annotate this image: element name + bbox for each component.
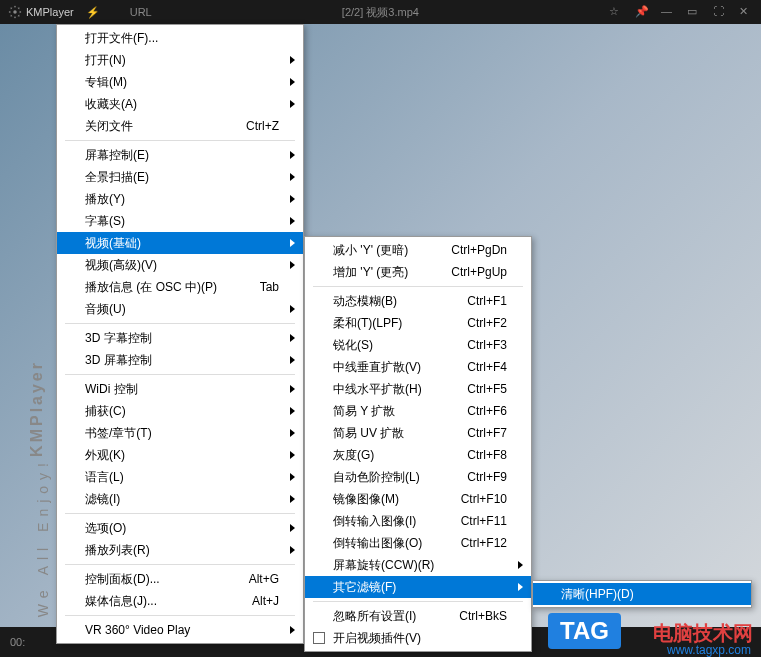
fullscreen-icon[interactable]: ⛶ [713, 5, 727, 19]
menu-item-1[interactable]: 打开(N) [57, 49, 303, 71]
video-basic-submenu: 减小 'Y' (更暗)Ctrl+PgDn增加 'Y' (更亮)Ctrl+PgUp… [304, 236, 532, 652]
submenu-item-9[interactable]: 简易 UV 扩散Ctrl+F7 [305, 422, 531, 444]
submenu-item-label: 增加 'Y' (更亮) [333, 264, 408, 281]
menu-item-label: 播放(Y) [85, 191, 125, 208]
submenu-item-shortcut: Ctrl+PgUp [451, 265, 507, 279]
menu-item-8[interactable]: 播放(Y) [57, 188, 303, 210]
menu-item-12[interactable]: 播放信息 (在 OSC 中)(P)Tab [57, 276, 303, 298]
submenu-item-shortcut: Ctrl+PgDn [451, 243, 507, 257]
menu-item-label: 外观(K) [85, 447, 125, 464]
submenu-item-shortcut: Ctrl+F4 [467, 360, 507, 374]
submenu-item-18[interactable]: 忽略所有设置(I)Ctrl+BkS [305, 605, 531, 627]
submenu-item-label: 镜像图像(M) [333, 491, 399, 508]
submenu-item-16[interactable]: 其它滤镜(F) [305, 576, 531, 598]
menu-item-label: 播放信息 (在 OSC 中)(P) [85, 279, 217, 296]
submenu-item-19[interactable]: 开启视频插件(V) [305, 627, 531, 649]
submenu-item-4[interactable]: 柔和(T)(LPF)Ctrl+F2 [305, 312, 531, 334]
submenu-item-label: 自动色阶控制(L) [333, 469, 420, 486]
sidebar-tagline: We All Enjoy! [35, 457, 51, 617]
titlebar: KMPlayer ⚡ URL [2/2] 视频3.mp4 ☆ 📌 — ▭ ⛶ ✕ [0, 0, 761, 24]
submenu-item-label: 简易 Y 扩散 [333, 403, 395, 420]
menu-separator [65, 615, 295, 616]
submenu-item-7[interactable]: 中线水平扩散(H)Ctrl+F5 [305, 378, 531, 400]
bolt-icon[interactable]: ⚡ [86, 6, 100, 19]
submenu-item-0[interactable]: 减小 'Y' (更暗)Ctrl+PgDn [305, 239, 531, 261]
checkbox-icon [313, 632, 325, 644]
menu-item-shortcut: Tab [260, 280, 279, 294]
submenu-item-3[interactable]: 动态模糊(B)Ctrl+F1 [305, 290, 531, 312]
submenu2-item-0[interactable]: 清晰(HPF)(D) [533, 583, 751, 605]
submenu-item-label: 减小 'Y' (更暗) [333, 242, 408, 259]
menu-item-3[interactable]: 收藏夹(A) [57, 93, 303, 115]
menu-item-label: 音频(U) [85, 301, 126, 318]
maximize-icon[interactable]: ▭ [687, 5, 701, 19]
submenu-item-shortcut: Ctrl+F5 [467, 382, 507, 396]
submenu-item-label: 中线水平扩散(H) [333, 381, 422, 398]
submenu-item-10[interactable]: 灰度(G)Ctrl+F8 [305, 444, 531, 466]
context-menu: 打开文件(F)...打开(N)专辑(M)收藏夹(A)关闭文件Ctrl+Z屏幕控制… [56, 24, 304, 644]
close-icon[interactable]: ✕ [739, 5, 753, 19]
menu-item-18[interactable]: WiDi 控制 [57, 378, 303, 400]
menu-item-15[interactable]: 3D 字幕控制 [57, 327, 303, 349]
menu-item-22[interactable]: 语言(L) [57, 466, 303, 488]
submenu-item-shortcut: Ctrl+F10 [461, 492, 507, 506]
submenu-item-5[interactable]: 锐化(S)Ctrl+F3 [305, 334, 531, 356]
menu-item-13[interactable]: 音频(U) [57, 298, 303, 320]
submenu-item-shortcut: Ctrl+F1 [467, 294, 507, 308]
submenu-item-shortcut: Ctrl+F3 [467, 338, 507, 352]
watermark-url: www.tagxp.com [667, 643, 751, 657]
submenu-item-label: 动态模糊(B) [333, 293, 397, 310]
menu-item-0[interactable]: 打开文件(F)... [57, 27, 303, 49]
menu-item-7[interactable]: 全景扫描(E) [57, 166, 303, 188]
menu-item-label: 收藏夹(A) [85, 96, 137, 113]
submenu-item-11[interactable]: 自动色阶控制(L)Ctrl+F9 [305, 466, 531, 488]
submenu-item-1[interactable]: 增加 'Y' (更亮)Ctrl+PgUp [305, 261, 531, 283]
menu-item-21[interactable]: 外观(K) [57, 444, 303, 466]
menu-item-31[interactable]: VR 360° Video Play [57, 619, 303, 641]
submenu-item-6[interactable]: 中线垂直扩散(V)Ctrl+F4 [305, 356, 531, 378]
menu-item-25[interactable]: 选项(O) [57, 517, 303, 539]
submenu-item-label: 倒转输出图像(O) [333, 535, 422, 552]
url-label[interactable]: URL [130, 6, 152, 18]
menu-item-label: 捕获(C) [85, 403, 126, 420]
menu-item-shortcut: Alt+J [252, 594, 279, 608]
menu-item-9[interactable]: 字幕(S) [57, 210, 303, 232]
submenu-item-shortcut: Ctrl+F7 [467, 426, 507, 440]
menu-item-10[interactable]: 视频(基础) [57, 232, 303, 254]
app-logo: KMPlayer [8, 5, 74, 19]
sidebar-logo: KMPlayer [28, 360, 46, 457]
menu-item-28[interactable]: 控制面板(D)...Alt+G [57, 568, 303, 590]
submenu-item-15[interactable]: 屏幕旋转(CCW)(R) [305, 554, 531, 576]
submenu-item-label: 屏幕旋转(CCW)(R) [333, 557, 434, 574]
menu-item-label: 控制面板(D)... [85, 571, 160, 588]
menu-item-19[interactable]: 捕获(C) [57, 400, 303, 422]
pin-icon[interactable]: 📌 [635, 5, 649, 19]
menu-item-23[interactable]: 滤镜(I) [57, 488, 303, 510]
menu-item-6[interactable]: 屏幕控制(E) [57, 144, 303, 166]
menu-item-26[interactable]: 播放列表(R) [57, 539, 303, 561]
menu-item-20[interactable]: 书签/章节(T) [57, 422, 303, 444]
menu-item-4[interactable]: 关闭文件Ctrl+Z [57, 115, 303, 137]
submenu-item-14[interactable]: 倒转输出图像(O)Ctrl+F12 [305, 532, 531, 554]
submenu-separator [313, 601, 523, 602]
menu-item-label: 播放列表(R) [85, 542, 150, 559]
minimize-icon[interactable]: — [661, 5, 675, 19]
submenu-item-8[interactable]: 简易 Y 扩散Ctrl+F6 [305, 400, 531, 422]
menu-item-label: 视频(高级)(V) [85, 257, 157, 274]
favorite-icon[interactable]: ☆ [609, 5, 623, 19]
menu-item-11[interactable]: 视频(高级)(V) [57, 254, 303, 276]
menu-item-label: 屏幕控制(E) [85, 147, 149, 164]
submenu-item-shortcut: Ctrl+F6 [467, 404, 507, 418]
submenu-item-12[interactable]: 镜像图像(M)Ctrl+F10 [305, 488, 531, 510]
menu-item-label: 关闭文件 [85, 118, 133, 135]
menu-item-16[interactable]: 3D 屏幕控制 [57, 349, 303, 371]
menu-item-29[interactable]: 媒体信息(J)...Alt+J [57, 590, 303, 612]
menu-item-label: 全景扫描(E) [85, 169, 149, 186]
menu-item-label: WiDi 控制 [85, 381, 138, 398]
submenu-item-shortcut: Ctrl+F8 [467, 448, 507, 462]
menu-separator [65, 323, 295, 324]
submenu-item-13[interactable]: 倒转输入图像(I)Ctrl+F11 [305, 510, 531, 532]
menu-item-label: 字幕(S) [85, 213, 125, 230]
menu-item-2[interactable]: 专辑(M) [57, 71, 303, 93]
menu-item-label: VR 360° Video Play [85, 623, 190, 637]
